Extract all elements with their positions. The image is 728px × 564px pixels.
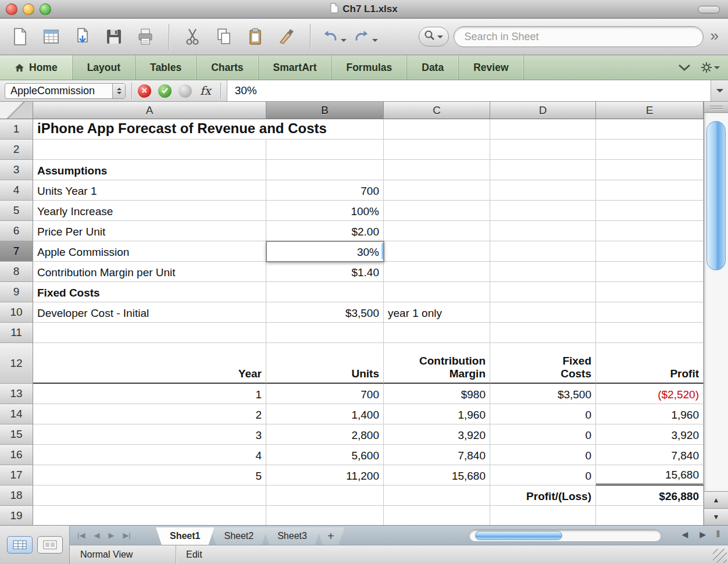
tab-smartart[interactable]: SmartArt <box>259 55 332 80</box>
name-box[interactable]: AppleCommission <box>5 83 126 99</box>
insert-function-label[interactable]: fx <box>200 84 211 98</box>
cell-C19[interactable] <box>384 506 490 525</box>
row-header-1[interactable]: 1 <box>0 119 33 140</box>
minimize-button[interactable] <box>23 3 34 15</box>
vscroll-track[interactable] <box>704 113 728 491</box>
cell-D14[interactable]: 0 <box>490 404 596 424</box>
add-sheet-button[interactable]: + <box>317 527 345 545</box>
cell-D19[interactable] <box>490 506 596 525</box>
hscroll-thumb[interactable] <box>475 531 562 540</box>
split-handle[interactable] <box>704 102 728 113</box>
row-header-19[interactable]: 19 <box>0 506 33 525</box>
cell-A10[interactable]: Developer Cost - Initial <box>33 302 266 323</box>
cell-E13[interactable]: ($2,520) <box>596 384 704 404</box>
tab-formulas[interactable]: Formulas <box>331 55 407 80</box>
normal-view-button[interactable] <box>7 536 33 554</box>
cell-C18[interactable] <box>384 486 490 506</box>
cell-E15[interactable]: 3,920 <box>596 424 704 445</box>
formula-bar-dropdown[interactable] <box>711 80 728 101</box>
redo-dropdown-caret-icon[interactable] <box>372 39 378 45</box>
cell-D1[interactable] <box>490 119 596 140</box>
cell-D11[interactable] <box>490 323 596 343</box>
cell-A7[interactable]: Apple Commission <box>33 241 266 262</box>
redo-icon[interactable] <box>352 23 378 50</box>
tab-layout[interactable]: Layout <box>73 55 135 80</box>
cell-B2[interactable] <box>266 140 384 160</box>
cell-C8[interactable] <box>384 262 490 282</box>
row-header-7[interactable]: 7 <box>0 241 33 262</box>
cell-A6[interactable]: Price Per Unit <box>33 221 266 241</box>
scroll-down-icon[interactable]: ▼ <box>704 508 728 525</box>
cell-E14[interactable]: 1,960 <box>596 404 704 424</box>
page-layout-view-button[interactable] <box>37 536 63 554</box>
cell-A18[interactable] <box>33 486 266 506</box>
cell-A4[interactable]: Units Year 1 <box>33 180 266 201</box>
gear-icon[interactable] <box>701 62 720 73</box>
close-button[interactable] <box>6 3 17 15</box>
column-header-a[interactable]: A <box>33 102 266 119</box>
cell-C2[interactable] <box>384 140 490 160</box>
cell-B11[interactable] <box>266 323 384 343</box>
template-gallery-icon[interactable] <box>38 23 64 50</box>
cell-B12[interactable]: Units <box>266 343 384 384</box>
cell-B16[interactable]: 5,600 <box>266 445 384 465</box>
cell-E8[interactable] <box>596 262 704 282</box>
cell-E17[interactable]: 15,680 <box>596 465 704 486</box>
cell-D6[interactable] <box>490 221 596 241</box>
vscroll-thumb[interactable] <box>706 121 726 270</box>
cell-D9[interactable] <box>490 282 596 302</box>
copy-icon[interactable] <box>211 23 237 50</box>
row-header-14[interactable]: 14 <box>0 404 33 424</box>
cell-B18[interactable] <box>266 486 384 506</box>
cell-C17[interactable]: 15,680 <box>384 465 490 486</box>
paste-icon[interactable] <box>242 23 268 50</box>
tab-review[interactable]: Review <box>459 55 523 80</box>
pane-splitter-icon[interactable]: ‖ <box>716 529 720 540</box>
column-header-d[interactable]: D <box>490 102 596 119</box>
next-sheet-icon[interactable]: ▶ <box>108 531 114 540</box>
sheet-tab-sheet3[interactable]: Sheet3 <box>263 527 321 545</box>
row-header-10[interactable]: 10 <box>0 302 33 323</box>
cell-A1[interactable]: iPhone App Forecast of Revenue and Costs <box>33 119 266 140</box>
search-scope-button[interactable] <box>419 27 449 47</box>
save-icon[interactable] <box>101 23 127 50</box>
cell-D12[interactable]: Fixed Costs <box>490 343 596 384</box>
resize-grip[interactable] <box>713 549 727 563</box>
cell-C6[interactable] <box>384 221 490 241</box>
scroll-left-icon[interactable]: ◀ <box>681 530 688 539</box>
format-painter-icon[interactable] <box>274 23 299 50</box>
row-header-2[interactable]: 2 <box>0 140 33 160</box>
column-header-c[interactable]: C <box>384 102 490 119</box>
tab-tables[interactable]: Tables <box>135 55 197 80</box>
cell-A15[interactable]: 3 <box>33 424 266 445</box>
search-input[interactable] <box>454 26 704 47</box>
cell-A2[interactable] <box>33 140 266 160</box>
cell-D17[interactable]: 0 <box>490 465 596 486</box>
row-header-9[interactable]: 9 <box>0 282 33 302</box>
cell-C14[interactable]: 1,960 <box>384 404 490 424</box>
cell-A17[interactable]: 5 <box>33 465 266 486</box>
new-document-icon[interactable] <box>7 23 33 50</box>
name-box-stepper[interactable] <box>112 84 125 98</box>
cell-B17[interactable]: 11,200 <box>266 465 384 486</box>
undo-icon[interactable] <box>321 23 347 50</box>
previous-sheet-icon[interactable]: ◀ <box>94 531 99 540</box>
cell-E4[interactable] <box>596 180 704 201</box>
cell-C9[interactable] <box>384 282 490 302</box>
cell-E16[interactable]: 7,840 <box>596 445 704 465</box>
row-header-15[interactable]: 15 <box>0 424 33 445</box>
cell-C3[interactable] <box>384 160 490 180</box>
cell-E2[interactable] <box>596 140 704 160</box>
cell-E7[interactable] <box>596 241 704 262</box>
row-header-3[interactable]: 3 <box>0 160 33 180</box>
cell-A16[interactable]: 4 <box>33 445 266 465</box>
cell-E18[interactable]: $26,880 <box>596 486 704 506</box>
column-header-b[interactable]: B <box>266 102 384 119</box>
cell-E5[interactable] <box>596 201 704 221</box>
cell-C5[interactable] <box>384 201 490 221</box>
cell-B5[interactable]: 100% <box>266 201 384 221</box>
cell-A3[interactable]: Assumptions <box>33 160 266 180</box>
formula-input[interactable]: 30% <box>227 80 711 101</box>
cell-D2[interactable] <box>490 140 596 160</box>
accept-entry-icon[interactable] <box>158 84 172 98</box>
